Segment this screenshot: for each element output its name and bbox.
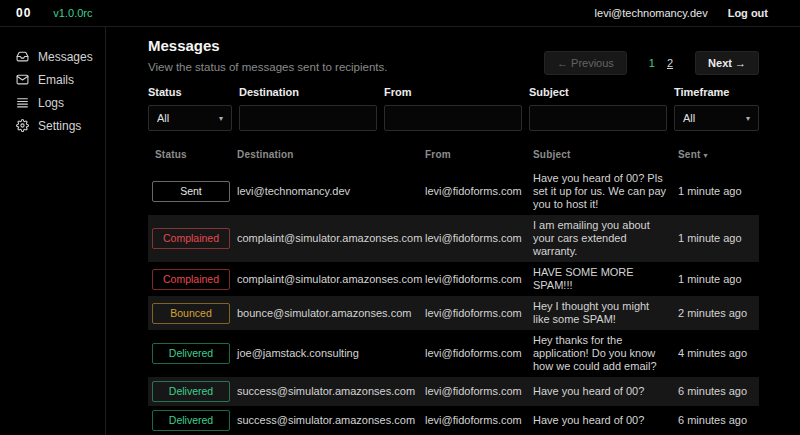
subject-cell: Hey I thought you might like some SPAM! <box>533 300 678 326</box>
sidebar-item-label: Messages <box>38 50 93 64</box>
next-page-button[interactable]: Next → <box>695 51 759 75</box>
subject-cell: Hey thanks for the application! Do you k… <box>533 334 678 373</box>
subject-cell: Have you heard of 00? Pls set it up for … <box>533 172 678 211</box>
status-cell: Sent <box>148 181 237 202</box>
status-badge: Delivered <box>152 343 230 364</box>
table-row: Complained complaint@simulator.amazonses… <box>148 262 759 296</box>
destination-cell: success@simulator.amazonses.com <box>237 385 425 398</box>
status-cell: Delivered <box>148 343 237 364</box>
filter-timeframe-label: Timeframe <box>674 86 759 98</box>
status-badge: Complained <box>152 269 230 290</box>
status-badge: Sent <box>152 181 230 202</box>
sent-cell: 1 minute ago <box>678 232 759 245</box>
table-header-row: Status Destination From Subject Sent▾ <box>148 145 759 168</box>
chevron-down-icon: ▾ <box>746 114 750 123</box>
subject-cell: HAVE SOME MORE SPAM!!! <box>533 266 678 292</box>
subject-cell: Have you heard of 00? <box>533 385 678 398</box>
filter-from-label: From <box>384 86 522 98</box>
destination-cell: bounce@simulator.amazonses.com <box>237 307 425 320</box>
logout-link[interactable]: Log out <box>728 7 768 19</box>
logs-icon <box>16 96 29 109</box>
destination-cell: complaint@simulator.amazonses.com <box>237 232 425 245</box>
subject-cell: Have you heard of 00? <box>533 414 678 427</box>
timeframe-select[interactable]: All ▾ <box>674 105 759 131</box>
chevron-down-icon: ▾ <box>219 114 223 123</box>
sidebar-item-label: Emails <box>38 73 74 87</box>
status-cell: Bounced <box>148 303 237 324</box>
filter-status-label: Status <box>148 86 232 98</box>
from-cell: levi@fidoforms.com <box>425 185 533 198</box>
filter-destination-label: Destination <box>239 86 377 98</box>
sort-descending-icon: ▾ <box>703 151 707 160</box>
destination-input[interactable] <box>239 105 377 131</box>
sidebar: Messages Emails Logs Settings <box>0 27 106 435</box>
status-cell: Complained <box>148 228 237 249</box>
status-badge: Bounced <box>152 303 230 324</box>
table-row: Bounced bounce@simulator.amazonses.com l… <box>148 296 759 330</box>
table-row: Complained complaint@simulator.amazonses… <box>148 215 759 262</box>
timeframe-select-value: All <box>683 112 695 124</box>
inbox-icon <box>16 50 29 63</box>
header-subject: Subject <box>533 149 678 160</box>
top-bar: 00 v1.0.0rc levi@technomancy.dev Log out <box>0 0 800 27</box>
envelope-icon <box>16 73 29 86</box>
destination-cell: levi@technomancy.dev <box>237 185 425 198</box>
filter-destination: Destination <box>239 86 377 131</box>
subject-cell: I am emailing you about your cars extend… <box>533 219 678 258</box>
sent-cell: 2 minutes ago <box>678 307 759 320</box>
sent-cell: 6 minutes ago <box>678 414 759 427</box>
app-logo: 00 <box>16 6 31 20</box>
from-cell: levi@fidoforms.com <box>425 273 533 286</box>
header-from: From <box>425 149 533 160</box>
page-number-2[interactable]: 2 <box>667 57 673 69</box>
table-row: Delivered success@simulator.amazonses.co… <box>148 406 759 435</box>
header-destination: Destination <box>237 149 425 160</box>
sidebar-item-settings[interactable]: Settings <box>16 118 105 133</box>
pagination: ← Previous 1 2 Next → <box>544 51 759 75</box>
status-cell: Complained <box>148 269 237 290</box>
filter-bar: Status All ▾ Destination From Subject <box>148 86 759 131</box>
from-cell: levi@fidoforms.com <box>425 307 533 320</box>
sidebar-item-logs[interactable]: Logs <box>16 95 105 110</box>
page-number-1[interactable]: 1 <box>649 57 655 69</box>
from-input[interactable] <box>384 105 522 131</box>
sidebar-item-label: Settings <box>38 119 81 133</box>
version-label: v1.0.0rc <box>53 7 92 19</box>
table-row: Delivered success@simulator.amazonses.co… <box>148 377 759 406</box>
sent-cell: 1 minute ago <box>678 185 759 198</box>
header-sent[interactable]: Sent▾ <box>678 149 759 160</box>
previous-page-button[interactable]: ← Previous <box>544 51 627 75</box>
from-cell: levi@fidoforms.com <box>425 232 533 245</box>
status-cell: Delivered <box>148 410 237 431</box>
destination-cell: complaint@simulator.amazonses.com <box>237 273 425 286</box>
from-cell: levi@fidoforms.com <box>425 414 533 427</box>
filter-status: Status All ▾ <box>148 86 232 131</box>
sent-cell: 1 minute ago <box>678 273 759 286</box>
sidebar-item-label: Logs <box>38 96 64 110</box>
table-row: Delivered joe@jamstack.consulting levi@f… <box>148 330 759 377</box>
from-cell: levi@fidoforms.com <box>425 347 533 360</box>
table-row: Sent levi@technomancy.dev levi@fidoforms… <box>148 168 759 215</box>
subject-input[interactable] <box>529 105 667 131</box>
messages-table: Status Destination From Subject Sent▾ Se… <box>148 145 759 435</box>
status-select-value: All <box>157 112 169 124</box>
sent-cell: 6 minutes ago <box>678 385 759 398</box>
sidebar-item-emails[interactable]: Emails <box>16 72 105 87</box>
destination-cell: success@simulator.amazonses.com <box>237 414 425 427</box>
gear-icon <box>16 119 29 132</box>
status-badge: Delivered <box>152 410 230 431</box>
main-content: Messages View the status of messages sen… <box>106 27 800 435</box>
filter-subject: Subject <box>529 86 667 131</box>
user-email: levi@technomancy.dev <box>595 7 708 19</box>
status-badge: Delivered <box>152 381 230 402</box>
sent-cell: 4 minutes ago <box>678 347 759 360</box>
from-cell: levi@fidoforms.com <box>425 385 533 398</box>
filter-timeframe: Timeframe All ▾ <box>674 86 759 131</box>
status-cell: Delivered <box>148 381 237 402</box>
status-select[interactable]: All ▾ <box>148 105 232 131</box>
table-body: Sent levi@technomancy.dev levi@fidoforms… <box>148 168 759 435</box>
status-badge: Complained <box>152 228 230 249</box>
header-status: Status <box>148 149 237 160</box>
sidebar-item-messages[interactable]: Messages <box>16 49 105 64</box>
filter-from: From <box>384 86 522 131</box>
